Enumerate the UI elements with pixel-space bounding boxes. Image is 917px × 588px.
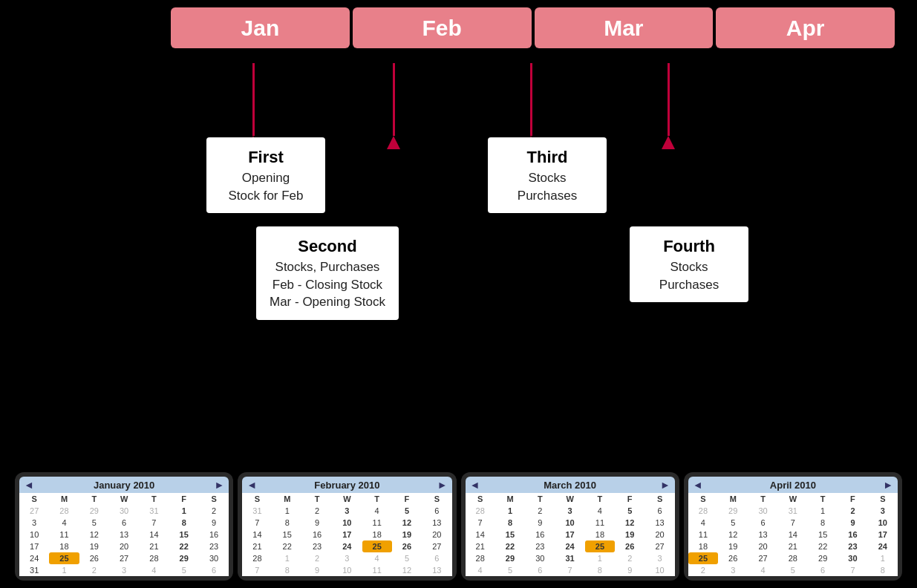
cal-day[interactable]: 6 [748, 517, 777, 529]
cal-day[interactable]: 3 [555, 505, 584, 517]
cal-day[interactable]: 4 [466, 564, 495, 576]
cal-day[interactable]: 10 [19, 529, 49, 540]
cal-prev-feb2010[interactable]: ◄ [247, 479, 257, 491]
cal-day[interactable]: 5 [615, 505, 644, 517]
cal-day[interactable]: 11 [688, 529, 718, 540]
cal-day[interactable]: 6 [808, 564, 838, 576]
cal-day[interactable]: 14 [466, 529, 495, 540]
cal-day[interactable]: 17 [868, 529, 898, 540]
cal-day[interactable]: 19 [392, 529, 422, 540]
cal-day[interactable]: 28 [688, 505, 718, 517]
cal-day[interactable]: 6 [109, 517, 139, 529]
cal-day[interactable]: 9 [838, 517, 867, 529]
cal-day[interactable]: 15 [495, 529, 525, 540]
cal-day[interactable]: 29 [718, 505, 748, 517]
cal-day[interactable]: 22 [273, 540, 302, 552]
cal-day[interactable]: 16 [302, 529, 332, 540]
cal-day[interactable]: 21 [466, 540, 495, 552]
cal-day[interactable]: 14 [778, 529, 808, 540]
cal-day[interactable]: 17 [555, 529, 584, 540]
cal-day[interactable]: 13 [748, 529, 777, 540]
cal-day[interactable]: 28 [466, 505, 495, 517]
cal-day[interactable]: 22 [808, 540, 838, 552]
cal-day[interactable]: 10 [332, 564, 362, 576]
cal-day[interactable]: 2 [615, 552, 644, 564]
cal-day[interactable]: 6 [422, 552, 451, 564]
cal-day[interactable]: 24 [332, 540, 362, 552]
cal-day[interactable]: 6 [422, 505, 451, 517]
cal-day[interactable]: 9 [615, 564, 644, 576]
cal-day[interactable]: 4 [688, 517, 718, 529]
cal-day[interactable]: 25 [585, 540, 615, 552]
cal-day[interactable]: 5 [169, 564, 199, 576]
cal-day[interactable]: 25 [688, 552, 718, 564]
cal-day[interactable]: 2 [838, 505, 867, 517]
cal-day[interactable]: 22 [495, 540, 525, 552]
cal-day[interactable]: 30 [199, 552, 229, 564]
cal-day[interactable]: 30 [109, 505, 139, 517]
cal-day[interactable]: 21 [778, 540, 808, 552]
cal-day[interactable]: 2 [302, 552, 332, 564]
cal-day[interactable]: 27 [109, 552, 139, 564]
cal-day[interactable]: 3 [332, 552, 362, 564]
cal-day[interactable]: 8 [273, 564, 302, 576]
cal-day[interactable]: 7 [778, 517, 808, 529]
cal-day[interactable]: 12 [392, 517, 422, 529]
cal-day[interactable]: 25 [362, 540, 392, 552]
cal-day[interactable]: 28 [466, 552, 495, 564]
cal-day[interactable]: 2 [79, 564, 109, 576]
cal-day[interactable]: 9 [302, 517, 332, 529]
cal-day[interactable]: 1 [808, 505, 838, 517]
cal-day[interactable]: 30 [838, 552, 867, 564]
cal-day[interactable]: 26 [718, 552, 748, 564]
cal-day[interactable]: 10 [332, 517, 362, 529]
cal-day[interactable]: 4 [139, 564, 169, 576]
cal-day[interactable]: 4 [362, 505, 392, 517]
cal-day[interactable]: 27 [422, 540, 451, 552]
cal-day[interactable]: 8 [273, 517, 302, 529]
cal-day[interactable]: 27 [19, 505, 49, 517]
cal-next-jan2010[interactable]: ► [214, 479, 224, 491]
cal-day[interactable]: 9 [525, 517, 555, 529]
cal-day[interactable]: 21 [242, 540, 272, 552]
cal-day[interactable]: 20 [748, 540, 777, 552]
cal-day[interactable]: 8 [495, 517, 525, 529]
cal-day[interactable]: 17 [332, 529, 362, 540]
cal-day[interactable]: 5 [392, 505, 422, 517]
cal-day[interactable]: 4 [585, 505, 615, 517]
cal-day[interactable]: 19 [615, 529, 644, 540]
cal-day[interactable]: 15 [273, 529, 302, 540]
cal-day[interactable]: 4 [748, 564, 777, 576]
cal-day[interactable]: 31 [555, 552, 584, 564]
cal-day[interactable]: 7 [466, 517, 495, 529]
cal-day[interactable]: 1 [273, 552, 302, 564]
cal-day[interactable]: 13 [422, 564, 451, 576]
cal-day[interactable]: 18 [688, 540, 718, 552]
cal-day[interactable]: 3 [718, 564, 748, 576]
cal-day[interactable]: 7 [555, 564, 584, 576]
cal-day[interactable]: 15 [808, 529, 838, 540]
cal-day[interactable]: 28 [139, 552, 169, 564]
cal-day[interactable]: 24 [19, 552, 49, 564]
cal-day[interactable]: 7 [838, 564, 867, 576]
cal-day[interactable]: 28 [242, 552, 272, 564]
cal-day[interactable]: 4 [362, 552, 392, 564]
cal-day[interactable]: 16 [525, 529, 555, 540]
cal-day[interactable]: 9 [302, 564, 332, 576]
cal-day[interactable]: 15 [169, 529, 199, 540]
cal-day[interactable]: 9 [199, 517, 229, 529]
cal-day[interactable]: 2 [302, 505, 332, 517]
cal-day[interactable]: 10 [644, 564, 674, 576]
cal-day[interactable]: 2 [525, 505, 555, 517]
cal-day[interactable]: 8 [169, 517, 199, 529]
cal-day[interactable]: 3 [109, 564, 139, 576]
cal-day[interactable]: 1 [585, 552, 615, 564]
cal-day[interactable]: 7 [242, 517, 272, 529]
cal-day[interactable]: 4 [49, 517, 79, 529]
cal-next-mar2010[interactable]: ► [660, 479, 670, 491]
cal-day[interactable]: 16 [838, 529, 867, 540]
cal-day[interactable]: 22 [169, 540, 199, 552]
cal-prev-mar2010[interactable]: ◄ [470, 479, 480, 491]
cal-day[interactable]: 11 [49, 529, 79, 540]
cal-day[interactable]: 25 [49, 552, 79, 564]
